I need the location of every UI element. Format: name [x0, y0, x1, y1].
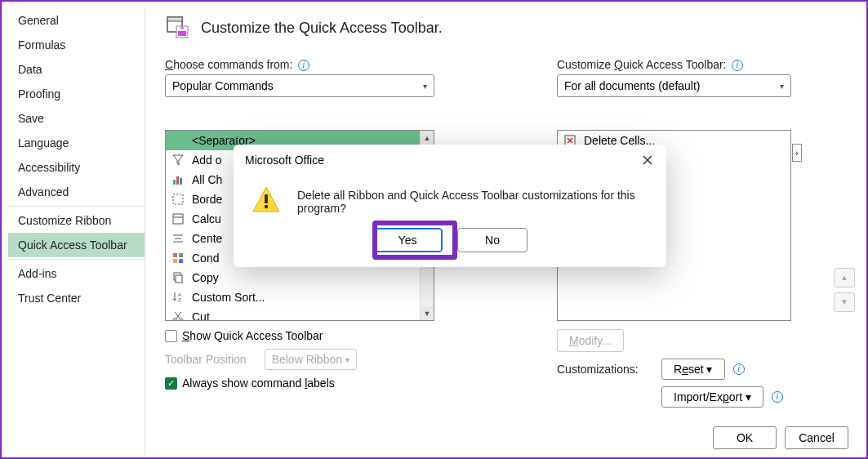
list-item-label: Custom Sort...: [192, 291, 265, 304]
chevron-down-icon: ▾: [423, 82, 427, 91]
customize-toolbar-icon: [165, 15, 191, 41]
scroll-up-button[interactable]: ▲: [421, 131, 434, 145]
show-toolbar-label: Show Quick Access Toolbar: [182, 329, 323, 342]
close-icon[interactable]: [640, 153, 655, 167]
list-item-label: All Ch: [192, 173, 222, 186]
customize-qat-dropdown[interactable]: For all documents (default) ▾: [557, 74, 791, 97]
sidebar-item-advanced[interactable]: Advanced: [8, 180, 145, 204]
sidebar-item-customize-ribbon[interactable]: Customize Ribbon: [8, 208, 145, 233]
svg-rect-15: [173, 259, 177, 263]
svg-line-23: [176, 312, 181, 319]
no-button[interactable]: No: [457, 228, 527, 252]
move-down-button: ▼: [834, 292, 855, 312]
sidebar-item-add-ins[interactable]: Add-ins: [8, 261, 145, 286]
list-item[interactable]: Copy: [166, 268, 434, 287]
list-item-label: Cente: [192, 232, 222, 245]
list-item-label: Calcu: [192, 212, 221, 225]
sidebar-item-trust-center[interactable]: Trust Center: [8, 286, 145, 310]
sort-icon: AZ: [171, 290, 185, 305]
chevron-down-icon: ▾: [345, 355, 349, 364]
info-icon[interactable]: i: [772, 391, 783, 403]
list-item-label: Copy: [192, 271, 219, 284]
sidebar-item-formulas[interactable]: Formulas: [8, 33, 145, 57]
separator-icon: [171, 133, 185, 148]
list-item-label: Add o: [192, 154, 222, 167]
toolbar-position-label: Toolbar Position: [165, 353, 247, 366]
info-icon[interactable]: i: [733, 363, 745, 375]
copy-icon: [171, 270, 185, 285]
list-item-label: Cut: [192, 310, 210, 320]
toolbar-position-dropdown: Below Ribbon ▾: [265, 349, 357, 370]
conditional-format-icon: [171, 251, 185, 265]
svg-rect-30: [265, 194, 268, 203]
choose-commands-dropdown[interactable]: Popular Commands ▾: [165, 74, 434, 97]
svg-rect-18: [176, 275, 182, 283]
dialog-message: Delete all Ribbon and Quick Access Toolb…: [297, 184, 650, 215]
chart-icon: [171, 172, 185, 187]
center-icon: [171, 231, 185, 246]
dialog-title: Microsoft Office: [245, 154, 324, 167]
yes-button[interactable]: Yes: [372, 228, 443, 252]
sidebar-item-general[interactable]: General: [8, 8, 145, 33]
svg-point-31: [265, 205, 268, 208]
info-icon[interactable]: i: [732, 60, 743, 71]
expand-handle[interactable]: ›: [792, 144, 802, 162]
svg-rect-13: [173, 253, 177, 257]
always-show-labels-checkbox[interactable]: ✓: [165, 377, 177, 390]
svg-rect-4: [173, 180, 176, 185]
show-toolbar-checkbox[interactable]: [165, 330, 177, 342]
sidebar-item-save[interactable]: Save: [8, 106, 145, 131]
reset-button[interactable]: Reset ▾: [661, 359, 725, 380]
ok-button[interactable]: OK: [713, 426, 777, 449]
sidebar-item-quick-access-toolbar[interactable]: Quick Access Toolbar: [8, 233, 145, 257]
svg-text:Z: Z: [178, 297, 181, 302]
list-item[interactable]: Cut: [166, 307, 434, 320]
calculate-icon: [171, 212, 185, 226]
info-icon[interactable]: i: [298, 60, 309, 71]
warning-icon: [250, 184, 283, 216]
svg-rect-6: [180, 178, 182, 185]
choose-commands-label: Choose commands from:: [165, 58, 292, 71]
svg-rect-3: [178, 31, 186, 36]
svg-rect-14: [179, 253, 183, 257]
customizations-label: Customizations:: [557, 363, 655, 376]
customize-qat-label: Customize Quick Access Toolbar:: [557, 58, 727, 71]
list-item-label: Borde: [192, 193, 222, 206]
svg-rect-7: [173, 194, 183, 204]
confirmation-dialog: Microsoft Office Delete all Ribbon and Q…: [234, 145, 666, 267]
sidebar: General Formulas Data Proofing Save Lang…: [8, 8, 145, 457]
page-title: Customize the Quick Access Toolbar.: [201, 20, 443, 37]
svg-rect-5: [176, 176, 179, 185]
modify-button: Modify...: [557, 329, 624, 352]
list-item-label: Cond: [192, 252, 219, 265]
svg-rect-1: [167, 17, 182, 21]
sidebar-item-language[interactable]: Language: [8, 131, 145, 155]
chevron-down-icon: ▾: [780, 82, 784, 91]
cut-icon: [171, 310, 185, 320]
scroll-down-button[interactable]: ▼: [421, 306, 434, 320]
cancel-button[interactable]: Cancel: [785, 426, 848, 449]
funnel-icon: [171, 153, 185, 167]
svg-line-24: [175, 312, 180, 319]
list-item[interactable]: AZ Custom Sort...: [166, 287, 434, 307]
sidebar-item-proofing[interactable]: Proofing: [8, 82, 145, 106]
move-up-button: ▲: [834, 268, 855, 287]
svg-rect-8: [173, 214, 183, 224]
sidebar-item-accessibility[interactable]: Accessibility: [8, 155, 145, 180]
always-show-labels-label: Always show command labels: [182, 377, 335, 390]
sidebar-item-data[interactable]: Data: [8, 57, 145, 82]
borders-icon: [171, 192, 185, 207]
import-export-button[interactable]: Import/Export ▾: [661, 386, 763, 408]
svg-rect-16: [179, 259, 183, 263]
